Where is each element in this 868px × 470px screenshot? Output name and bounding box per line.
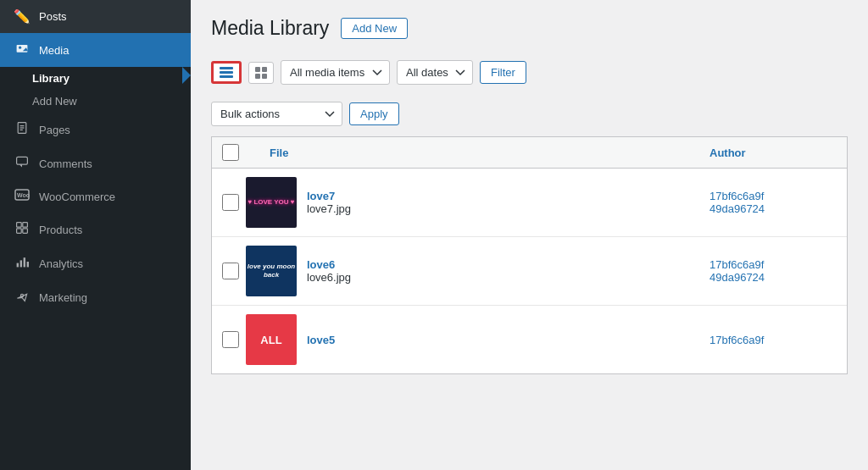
sidebar-item-analytics-label: Analytics [39, 257, 83, 270]
love5-checkbox[interactable] [222, 331, 239, 348]
toolbar: All media items Images Audio Video Docum… [211, 53, 848, 91]
sidebar-item-woocommerce-label: WooCommerce [39, 191, 115, 203]
svg-rect-20 [220, 67, 233, 69]
comments-icon [14, 155, 31, 172]
love6-thumbnail: love you moon back [246, 246, 297, 296]
svg-rect-15 [17, 263, 19, 268]
sidebar-item-products-label: Products [39, 224, 82, 236]
media-table: File Author ♥ LOVE YOU ♥ love7 love7.jpg… [211, 136, 848, 374]
love5-info: love5 [307, 334, 709, 346]
love6-ext: love6.jpg [307, 271, 709, 284]
table-row: love you moon back love6 love6.jpg 17bf6… [212, 237, 847, 306]
table-row: ♥ LOVE YOU ♥ love7 love7.jpg 17bf6c6a9f … [212, 169, 847, 237]
products-icon [14, 221, 31, 238]
sidebar-item-marketing-label: Marketing [39, 291, 87, 304]
sidebar-item-products[interactable]: Products [0, 213, 191, 246]
media-icon [14, 41, 31, 58]
svg-rect-26 [262, 74, 267, 79]
bulk-actions-select[interactable]: Bulk actions Delete Permanently [211, 102, 342, 126]
grid-view-button[interactable] [248, 62, 274, 84]
marketing-icon [14, 289, 31, 306]
love5-thumbnail: ALL [246, 314, 297, 365]
page-title-row: Media Library Add New [211, 17, 848, 40]
woocommerce-icon: Woo [14, 189, 31, 204]
svg-rect-21 [220, 71, 233, 74]
content-area: Media Library Add New [191, 0, 868, 470]
svg-rect-16 [20, 260, 22, 267]
love6-checkbox[interactable] [222, 263, 239, 279]
love7-checkbox[interactable] [222, 194, 239, 211]
table-header: File Author [212, 137, 847, 169]
sidebar-item-add-new[interactable]: Add New [0, 90, 191, 113]
sidebar-item-woocommerce[interactable]: Woo WooCommerce [0, 180, 191, 213]
main-content: Media Library Add New [191, 0, 868, 470]
sidebar: ✏️ Posts Media Library Add New [0, 0, 191, 470]
svg-text:Woo: Woo [17, 192, 30, 198]
sidebar-item-posts-label: Posts [39, 10, 67, 23]
svg-rect-14 [23, 229, 28, 234]
pages-icon [14, 121, 31, 138]
love6-info: love6 love6.jpg [307, 258, 709, 284]
date-filter-select[interactable]: All dates [397, 60, 473, 85]
svg-rect-23 [255, 67, 260, 72]
svg-rect-12 [23, 223, 28, 228]
sidebar-item-comments[interactable]: Comments [0, 147, 191, 180]
apply-button[interactable]: Apply [349, 102, 399, 125]
love6-filename-link[interactable]: love6 [307, 258, 709, 271]
svg-rect-25 [255, 74, 260, 79]
love7-info: love7 love7.jpg [307, 190, 709, 215]
love6-author[interactable]: 17bf6c6a9f 49da96724 [709, 258, 837, 284]
svg-rect-11 [17, 223, 22, 228]
love7-thumbnail: ♥ LOVE YOU ♥ [246, 177, 297, 228]
add-new-button[interactable]: Add New [341, 18, 408, 39]
media-filter-select[interactable]: All media items Images Audio Video Docum… [281, 60, 390, 85]
file-column-header: File [246, 147, 709, 159]
svg-rect-24 [262, 67, 267, 72]
sidebar-item-pages[interactable]: Pages [0, 113, 191, 147]
sidebar-item-pages-label: Pages [39, 124, 70, 136]
bulk-actions-row: Bulk actions Delete Permanently Apply [211, 102, 848, 126]
love5-author[interactable]: 17bf6c6a9f [709, 334, 837, 346]
filter-button[interactable]: Filter [480, 61, 526, 84]
sidebar-item-marketing[interactable]: Marketing [0, 280, 191, 314]
svg-point-19 [20, 294, 23, 296]
svg-rect-17 [24, 257, 25, 267]
sidebar-item-media-label: Media [39, 44, 69, 57]
sidebar-item-library[interactable]: Library [0, 67, 191, 90]
svg-rect-7 [17, 157, 28, 164]
love7-ext: love7.jpg [307, 202, 709, 215]
sidebar-item-add-new-label: Add New [32, 95, 77, 108]
sidebar-item-analytics[interactable]: Analytics [0, 246, 191, 280]
love7-author[interactable]: 17bf6c6a9f 49da96724 [709, 190, 837, 215]
sidebar-item-media[interactable]: Media [0, 33, 191, 67]
svg-rect-13 [17, 229, 22, 234]
love7-filename-link[interactable]: love7 [307, 190, 709, 202]
svg-point-1 [19, 47, 21, 49]
sidebar-item-comments-label: Comments [39, 158, 92, 170]
select-all-checkbox[interactable] [222, 144, 239, 161]
list-view-button[interactable] [211, 61, 242, 84]
page-title: Media Library [211, 17, 329, 40]
table-row: ALL love5 17bf6c6a9f [212, 306, 847, 373]
sidebar-item-posts[interactable]: ✏️ Posts [0, 0, 191, 33]
analytics-icon [14, 255, 31, 272]
love5-filename-link[interactable]: love5 [307, 334, 709, 346]
svg-marker-8 [19, 164, 22, 167]
posts-icon: ✏️ [14, 8, 31, 25]
svg-rect-22 [220, 75, 233, 78]
author-column-header: Author [709, 147, 837, 159]
svg-rect-18 [27, 262, 29, 267]
sidebar-item-library-label: Library [32, 72, 70, 85]
